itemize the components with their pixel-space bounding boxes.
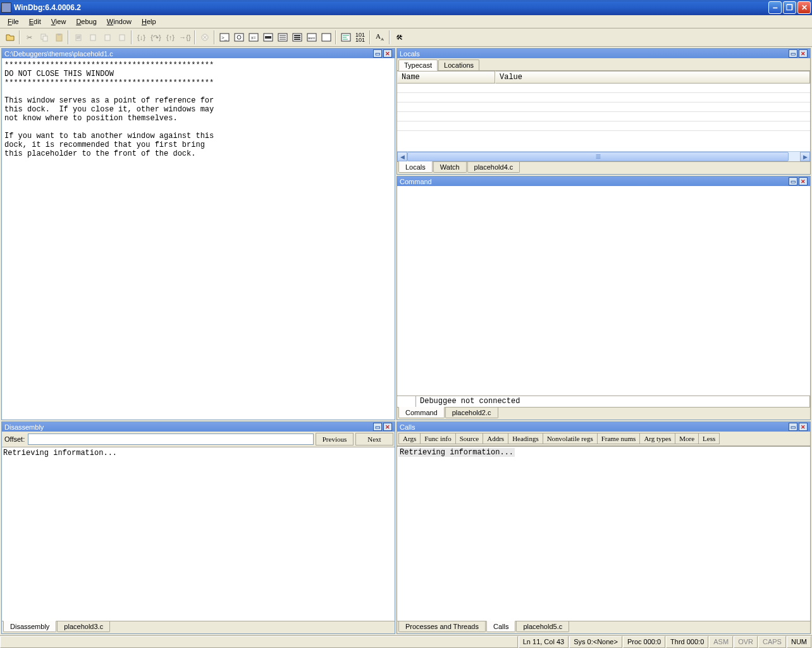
binary-icon[interactable]: 101101 [353, 30, 367, 44]
calls-nonvol-button[interactable]: Nonvolatile regs [543, 433, 598, 444]
offset-input[interactable] [28, 433, 314, 445]
status-num: NUM [787, 636, 811, 648]
status-thrd: Thrd 000:0 [666, 636, 708, 648]
registers-window-icon[interactable] [261, 30, 275, 44]
calls-content[interactable]: Retrieving information... [397, 446, 810, 621]
tab-watch[interactable]: Watch [433, 162, 467, 173]
menu-window[interactable]: Window [102, 16, 137, 27]
calls-argtypes-button[interactable]: Arg types [639, 433, 675, 444]
tab-placehold5[interactable]: placehold5.c [516, 621, 569, 632]
options-icon[interactable]: 🛠 [392, 30, 407, 44]
menu-file[interactable]: File [3, 16, 24, 27]
menu-edit[interactable]: Edit [24, 16, 46, 27]
scroll-right-icon[interactable]: ▶ [800, 152, 810, 161]
locals-hscroll[interactable]: ◀ ▶ [397, 151, 810, 161]
menu-debug[interactable]: Debug [71, 16, 101, 27]
panel-restore-icon[interactable]: ▭ [789, 423, 797, 431]
copy-icon[interactable] [37, 30, 51, 44]
tab-typecast[interactable]: Typecast [398, 59, 438, 71]
command-output[interactable] [397, 186, 810, 396]
svg-rect-5 [90, 35, 95, 40]
open-icon[interactable] [3, 30, 17, 44]
svg-rect-16 [265, 36, 271, 39]
svg-text:>_: >_ [221, 35, 228, 40]
calls-more-button[interactable]: More [675, 433, 699, 444]
maximize-button[interactable]: ❐ [783, 1, 796, 14]
watch-window-icon[interactable] [231, 30, 246, 44]
col-name[interactable]: Name [397, 71, 495, 84]
command-status: Debuggee not connected [416, 396, 810, 407]
locals-panel: Locals ▭ ✕ Typecast Locations Name Value… [397, 48, 811, 175]
breakpoint-icon[interactable] [197, 30, 212, 44]
tab-placehold4[interactable]: placehold4.c [467, 162, 520, 173]
locals-body[interactable] [397, 84, 810, 151]
calls-addrs-button[interactable]: Addrs [483, 433, 508, 444]
break-icon[interactable] [114, 30, 129, 44]
scroll-left-icon[interactable]: ◀ [397, 152, 407, 161]
status-caps: CAPS [758, 636, 786, 648]
status-ovr: OVR [734, 636, 758, 648]
font-icon[interactable]: AA [372, 30, 387, 44]
command-window-icon[interactable]: >_ [217, 30, 231, 44]
tab-locations[interactable]: Locations [438, 59, 479, 70]
calls-less-button[interactable]: Less [698, 433, 720, 444]
calls-headings-button[interactable]: Headings [508, 433, 543, 444]
svg-text:asm: asm [308, 36, 315, 40]
svg-rect-1 [43, 36, 47, 41]
svg-rect-11 [235, 34, 243, 41]
panel-restore-icon[interactable]: ▭ [789, 177, 797, 185]
minimize-button[interactable]: ‒ [768, 1, 782, 14]
tab-locals[interactable]: Locals [398, 161, 433, 173]
callstack-window-icon[interactable] [290, 30, 304, 44]
status-message [0, 636, 518, 648]
panel-close-icon[interactable]: ✕ [383, 49, 392, 58]
workspace: C:\Debuggers\themes\placehold1.c ▭ ✕ ***… [0, 47, 812, 635]
panel-close-icon[interactable]: ✕ [799, 177, 808, 185]
step-out-icon[interactable]: {↑} [163, 30, 178, 44]
tab-placehold3[interactable]: placehold3.c [57, 621, 110, 632]
cut-icon[interactable]: ✂ [22, 30, 37, 44]
disassembly-window-icon[interactable]: asm [304, 30, 319, 44]
panel-restore-icon[interactable]: ▭ [789, 49, 797, 58]
col-value[interactable]: Value [495, 71, 810, 84]
go-icon[interactable] [71, 30, 85, 44]
step-into-icon[interactable]: {↓} [134, 30, 149, 44]
memory-window-icon[interactable] [275, 30, 290, 44]
status-lncol: Ln 11, Col 43 [519, 636, 569, 648]
panel-close-icon[interactable]: ✕ [799, 423, 808, 431]
svg-rect-19 [294, 35, 300, 36]
offset-label: Offset: [3, 435, 26, 443]
calls-funcinfo-button[interactable]: Func info [420, 433, 455, 444]
tab-command[interactable]: Command [398, 407, 445, 418]
panel-restore-icon[interactable]: ▭ [373, 49, 382, 58]
menu-view[interactable]: View [46, 16, 71, 27]
svg-rect-6 [105, 35, 110, 40]
tab-placehold2[interactable]: placehold2.c [445, 408, 498, 418]
panel-restore-icon[interactable]: ▭ [373, 423, 382, 431]
panel-close-icon[interactable]: ✕ [383, 423, 392, 431]
disassembly-content[interactable]: Retrieving information... [2, 447, 395, 621]
calls-args-button[interactable]: Args [398, 433, 421, 444]
restart-icon[interactable] [85, 30, 100, 44]
stop-icon[interactable] [100, 30, 114, 44]
step-over-icon[interactable]: {↷} [149, 30, 163, 44]
menu-help[interactable]: Help [137, 16, 161, 27]
run-to-cursor-icon[interactable]: →{} [178, 30, 192, 44]
tab-calls[interactable]: Calls [486, 621, 515, 632]
scratch-window-icon[interactable] [319, 30, 333, 44]
locals-window-icon[interactable]: x= [246, 30, 261, 44]
source-mode-icon[interactable] [338, 30, 353, 44]
tab-disassembly[interactable]: Disassembly [3, 621, 56, 632]
calls-framenums-button[interactable]: Frame nums [597, 433, 641, 444]
calls-source-button[interactable]: Source [455, 433, 484, 444]
source-panel: C:\Debuggers\themes\placehold1.c ▭ ✕ ***… [1, 48, 395, 420]
scroll-thumb[interactable] [407, 152, 789, 161]
command-prompt-box [397, 396, 416, 407]
source-content[interactable]: ****************************************… [2, 58, 395, 420]
previous-button[interactable]: Previous [316, 433, 354, 446]
paste-icon[interactable] [51, 30, 66, 44]
next-button[interactable]: Next [355, 433, 393, 446]
close-button[interactable]: ✕ [797, 1, 811, 14]
tab-processes-threads[interactable]: Processes and Threads [398, 621, 486, 632]
panel-close-icon[interactable]: ✕ [799, 49, 808, 58]
